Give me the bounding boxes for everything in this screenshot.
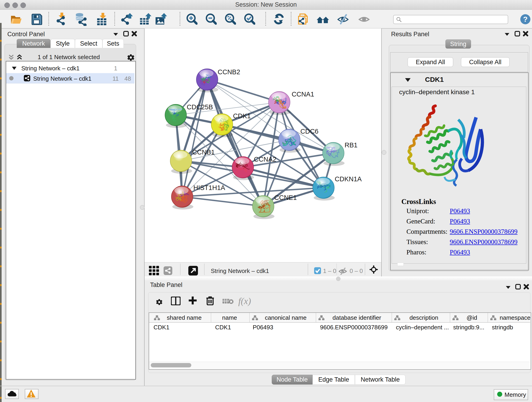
svg-text:CCNA1: CCNA1: [292, 90, 314, 98]
svg-text:CCNA2: CCNA2: [254, 156, 276, 163]
svg-text:CDKN1A: CDKN1A: [335, 175, 362, 183]
svg-text:CDC25B: CDC25B: [187, 103, 213, 111]
svg-text:CCNE1: CCNE1: [274, 194, 297, 201]
svg-text:RB1: RB1: [345, 141, 357, 149]
svg-text:CCNB1: CCNB1: [192, 148, 215, 156]
svg-text:HIST1H1A: HIST1H1A: [193, 184, 225, 191]
svg-text:CDC6: CDC6: [300, 128, 318, 135]
svg-text:CDK1: CDK1: [233, 112, 251, 120]
svg-text:CCNB2: CCNB2: [218, 68, 240, 76]
